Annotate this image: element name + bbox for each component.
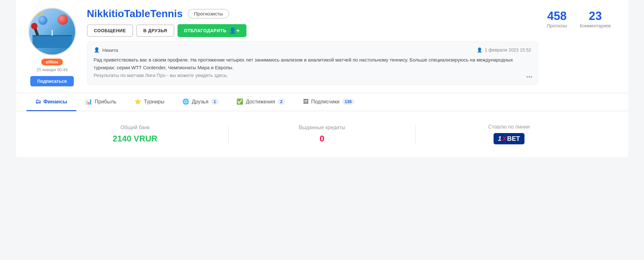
tab-subscribers[interactable]: 🖼 Подписчики 135	[294, 93, 363, 111]
thank-label: ОТБЛАГОДАРИТЬ	[184, 28, 226, 33]
avatar-scene: ★★★	[29, 9, 75, 54]
tournaments-icon: ⭐	[134, 98, 141, 105]
subscribers-icon: 🖼	[303, 99, 309, 105]
tab-friends[interactable]: 🌐 Друзья 1	[173, 93, 227, 111]
comments-label: Комментариев	[580, 23, 611, 28]
bank-item: Общий банк 2140 VRUR	[42, 125, 228, 144]
comments-stat: 23 Комментариев	[580, 10, 611, 28]
friends-badge: 1	[211, 99, 218, 105]
person-icon: 👤	[94, 47, 100, 53]
page-wrapper: ★★★ offline 25 января 00:49 Подписаться	[16, 0, 628, 157]
credits-item: Выданные кредиты 0	[229, 125, 415, 144]
profile-top-row: NikkitioTableTennis Прогнозисты	[87, 8, 538, 20]
achievements-badge: 2	[278, 99, 285, 105]
friends-icon: 🌐	[182, 98, 189, 105]
bio-date-text: 1 февраля 2023 15:52	[485, 47, 531, 53]
tab-achievements-label: Достижения	[246, 99, 275, 105]
bio-more-button[interactable]: •••	[526, 74, 533, 81]
tab-subscribers-label: Подписчики	[311, 99, 340, 105]
tab-friends-label: Друзья	[192, 99, 208, 105]
friends-button[interactable]: В ДРУЗЬЯ	[136, 24, 174, 37]
tab-finance-label: Финансы	[43, 99, 67, 105]
forecasts-count: 458	[547, 10, 567, 22]
credits-value: 0	[229, 134, 415, 144]
bet-logo-x: X	[502, 135, 506, 142]
prognosty-badge[interactable]: Прогнозисты	[188, 9, 229, 18]
avatar: ★★★	[28, 8, 76, 55]
line-item: Ставлю по линии 1 X BET	[416, 124, 602, 144]
tab-achievements[interactable]: ✅ Достижения 2	[227, 93, 294, 111]
subscribers-badge: 135	[342, 99, 354, 105]
red-ball	[58, 14, 68, 25]
bio-text-link[interactable]: Результаты по матчам Лиги Про - вы может…	[94, 72, 228, 78]
tab-profit-label: Прибыль	[95, 99, 117, 105]
blue-ball	[38, 16, 47, 25]
line-label: Ставлю по линии	[416, 124, 602, 130]
profile-main: NikkitioTableTennis Прогнозисты СООБЩЕНИ…	[87, 8, 538, 85]
forecasts-label: Прогнозы	[547, 23, 567, 28]
profile-header: ★★★ offline 25 января 00:49 Подписаться	[16, 0, 628, 93]
bio-author: 👤 Никита	[94, 47, 118, 53]
finance-icon: 🗂	[35, 99, 41, 105]
bio-header: 👤 Никита 👤 1 февраля 2023 15:52	[94, 47, 531, 53]
bank-value: 2140 VRUR	[42, 134, 228, 144]
profit-icon: 📊	[85, 98, 92, 105]
add-person-icon: 👤+	[229, 27, 240, 34]
achievements-icon: ✅	[236, 98, 243, 105]
bio-date: 👤 1 февраля 2023 15:52	[477, 47, 531, 53]
message-button[interactable]: СООБЩЕНИЕ	[87, 24, 133, 37]
avatar-inner: ★★★	[29, 9, 75, 54]
subscribe-button[interactable]: Подписаться	[30, 76, 74, 86]
forecasts-stat: 458 Прогнозы	[547, 10, 567, 28]
bank-label: Общий банк	[42, 125, 228, 130]
finance-section: Общий банк 2140 VRUR Выданные кредиты 0 …	[16, 111, 628, 157]
avatar-column: ★★★ offline 25 января 00:49 Подписаться	[26, 8, 78, 86]
bet-logo-1: 1	[498, 135, 502, 142]
stats-column: 458 Прогнозы 23 Комментариев	[547, 8, 618, 28]
bet-logo-bet: BET	[507, 135, 520, 142]
profile-actions: СООБЩЕНИЕ В ДРУЗЬЯ ОТБЛАГОДАРИТЬ 👤+	[87, 24, 538, 37]
calendar-icon: 👤	[477, 47, 482, 53]
bet-logo[interactable]: 1 X BET	[416, 133, 602, 144]
bio-text-main: Рад приветствовать вас в своем профиле. …	[94, 57, 513, 70]
credits-label: Выданные кредиты	[229, 125, 415, 130]
bio-card: 👤 Никита 👤 1 февраля 2023 15:52 Рад прив…	[87, 42, 538, 85]
tab-tournaments[interactable]: ⭐ Турниры	[125, 93, 173, 111]
table	[33, 35, 72, 48]
comments-count: 23	[580, 10, 611, 22]
net	[52, 30, 53, 36]
profile-name: NikkitioTableTennis	[87, 8, 183, 20]
tab-profit[interactable]: 📊 Прибыль	[76, 93, 126, 111]
tab-finance[interactable]: 🗂 Финансы	[26, 93, 76, 111]
last-seen-text: 25 января 00:49	[36, 67, 68, 72]
tab-tournaments-label: Турниры	[144, 99, 164, 105]
bio-author-name: Никита	[102, 47, 118, 53]
bio-text: Рад приветствовать вас в своем профиле. …	[94, 56, 531, 79]
status-badge: offline	[41, 59, 63, 65]
thank-button[interactable]: ОТБЛАГОДАРИТЬ 👤+	[178, 24, 246, 37]
tabs-bar: 🗂 Финансы 📊 Прибыль ⭐ Турниры 🌐 Друзья 1…	[16, 93, 628, 111]
